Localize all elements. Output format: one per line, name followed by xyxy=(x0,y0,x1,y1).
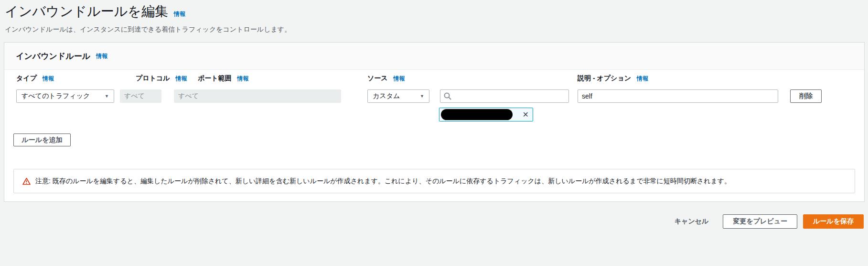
inbound-rules-panel: インバウンドルール 情報 タイプ 情報 プロトコル 情報 ポート範囲 情報 ソー… xyxy=(4,42,865,202)
warning-triangle-icon xyxy=(22,177,31,185)
panel-body: タイプ 情報 プロトコル 情報 ポート範囲 情報 ソース 情報 説明 - オプシ… xyxy=(4,70,864,201)
chevron-down-icon: ▼ xyxy=(105,94,109,99)
preview-changes-button[interactable]: 変更をプレビュー xyxy=(723,214,797,229)
page-header: インバウンドルールを編集 情報 インバウンドルールは、インスタンスに到達できる着… xyxy=(5,2,291,34)
column-header-port-range: ポート範囲 情報 xyxy=(198,74,249,83)
cancel-button[interactable]: キャンセル xyxy=(666,214,718,229)
source-search xyxy=(440,89,569,103)
source-type-select[interactable]: カスタム ▼ xyxy=(367,89,429,103)
delete-rule-button[interactable]: 削除 xyxy=(790,89,822,103)
close-icon[interactable]: ✕ xyxy=(523,111,529,119)
column-header-type-label: タイプ xyxy=(16,74,37,82)
type-select-value: すべてのトラフィック xyxy=(21,92,90,100)
page-title: インバウンドルールを編集 xyxy=(5,2,168,21)
save-rules-button[interactable]: ルールを保存 xyxy=(803,214,864,229)
column-header-source: ソース 情報 xyxy=(367,74,405,83)
column-header-protocol: プロトコル 情報 xyxy=(136,74,187,83)
type-info-link[interactable]: 情報 xyxy=(43,75,54,82)
source-type-select-value: カスタム xyxy=(373,92,400,100)
footer-actions: キャンセル 変更をプレビュー ルールを保存 xyxy=(666,214,864,229)
column-header-source-label: ソース xyxy=(367,74,388,82)
panel-header: インバウンドルール 情報 xyxy=(4,43,864,70)
page-subtitle: インバウンドルールは、インスタンスに到達できる着信トラフィックをコントロールしま… xyxy=(5,25,291,34)
protocol-field xyxy=(120,89,161,103)
column-header-protocol-label: プロトコル xyxy=(136,74,170,82)
description-input[interactable] xyxy=(578,89,778,103)
warning-text: 注意: 既存のルールを編集すると、編集したルールが削除されて、新しい詳細を含む新… xyxy=(35,177,731,186)
edit-inbound-rules-page: インバウンドルールを編集 情報 インバウンドルールは、インスタンスに到達できる着… xyxy=(0,0,868,266)
add-rule-button[interactable]: ルールを追加 xyxy=(13,133,71,146)
type-select[interactable]: すべてのトラフィック ▼ xyxy=(16,89,114,103)
port-range-field xyxy=(174,89,341,103)
panel-title: インバウンドルール xyxy=(16,51,90,62)
description-info-link[interactable]: 情報 xyxy=(637,75,648,82)
source-token[interactable]: ✕ xyxy=(439,108,533,122)
port-range-info-link[interactable]: 情報 xyxy=(237,75,249,82)
warning-banner: 注意: 既存のルールを編集すると、編集したルールが削除されて、新しい詳細を含む新… xyxy=(13,169,855,193)
redacted-source-value xyxy=(441,109,513,120)
page-title-info-link[interactable]: 情報 xyxy=(174,10,185,18)
chevron-down-icon: ▼ xyxy=(420,94,424,99)
column-header-type: タイプ 情報 xyxy=(16,74,54,83)
column-header-port-range-label: ポート範囲 xyxy=(198,74,232,82)
column-header-description-label: 説明 - オプション xyxy=(578,74,631,82)
column-header-description: 説明 - オプション 情報 xyxy=(578,74,648,83)
panel-info-link[interactable]: 情報 xyxy=(96,52,107,60)
protocol-info-link[interactable]: 情報 xyxy=(176,75,187,82)
source-info-link[interactable]: 情報 xyxy=(394,75,405,82)
source-search-input[interactable] xyxy=(440,89,569,103)
